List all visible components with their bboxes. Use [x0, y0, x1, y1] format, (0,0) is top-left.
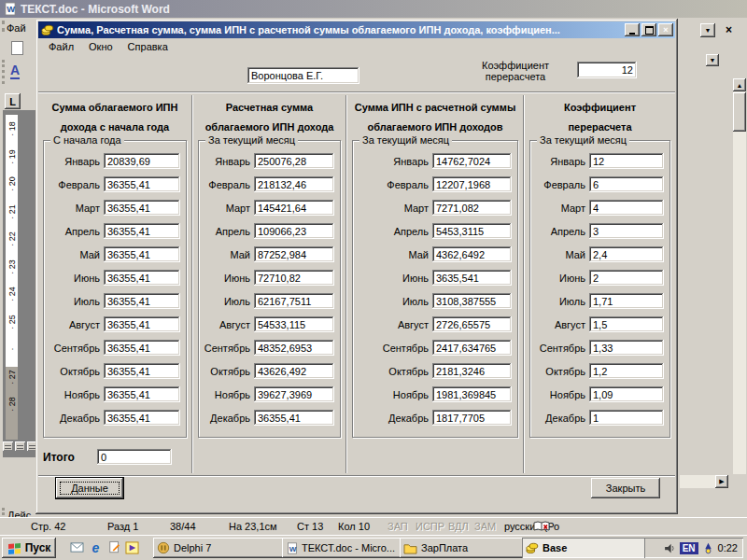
ruler-tab-selector[interactable]: L: [5, 93, 21, 109]
month-value-field[interactable]: 36355,41: [104, 293, 180, 309]
month-value-field[interactable]: 12207,1968: [432, 176, 512, 192]
clock[interactable]: 0:22: [718, 542, 738, 553]
employee-name-field[interactable]: Воронцова Е.Г.: [247, 67, 359, 84]
menu-file[interactable]: Файл: [41, 39, 81, 54]
month-value-field[interactable]: 87252,984: [254, 246, 334, 262]
status-ovr-toggle[interactable]: ЗАМ: [474, 521, 496, 532]
font-color-icon[interactable]: А: [10, 63, 20, 79]
month-value-field[interactable]: 1,2: [589, 363, 664, 379]
status-rec-toggle[interactable]: ЗАП: [388, 521, 408, 532]
normal-view-button[interactable]: [3, 441, 13, 451]
month-value-field[interactable]: 6: [589, 176, 664, 192]
month-value-field[interactable]: 4362,6492: [432, 246, 512, 262]
month-value-field[interactable]: 1817,7705: [432, 410, 512, 426]
month-value-field[interactable]: 2726,65575: [432, 316, 512, 332]
month-value-field[interactable]: 72710,82: [254, 270, 334, 286]
month-value-field[interactable]: 3: [589, 223, 664, 239]
start-button[interactable]: Пуск: [2, 538, 56, 558]
month-value-field[interactable]: 1,33: [589, 340, 664, 356]
internet-explorer-icon[interactable]: e: [88, 539, 104, 555]
task-delphi[interactable]: Delphi 7: [153, 538, 286, 558]
media-player-icon[interactable]: [124, 539, 140, 555]
month-value-field[interactable]: 48352,6953: [254, 340, 334, 356]
month-value-field[interactable]: 145421,64: [254, 200, 334, 216]
month-value-field[interactable]: 20839,69: [104, 153, 180, 169]
word-titlebar[interactable]: W ТЕКСТ.doc - Microsoft Word: [0, 0, 747, 18]
month-value-field[interactable]: 1,5: [589, 316, 664, 332]
web-view-button[interactable]: [15, 441, 25, 451]
vertical-scrollbar[interactable]: ▲: [733, 78, 746, 474]
keyboard-layout-indicator[interactable]: EN: [680, 542, 698, 554]
month-value-field[interactable]: 7271,082: [432, 200, 512, 216]
month-value-field[interactable]: 36355,41: [104, 176, 180, 192]
task-base-active[interactable]: Base: [522, 538, 645, 558]
minimize-button[interactable]: [625, 23, 640, 36]
month-value-field[interactable]: 36355,41: [104, 223, 180, 239]
scroll-right-icon[interactable]: ▶: [715, 475, 728, 488]
month-value-field[interactable]: 218132,46: [254, 176, 334, 192]
close-button[interactable]: ×: [658, 23, 673, 36]
menu-window[interactable]: Окно: [81, 39, 120, 54]
toolbar-grip[interactable]: [2, 21, 5, 32]
month-value-field[interactable]: 1981,369845: [432, 386, 512, 402]
combo-arrow-icon[interactable]: ▼: [706, 54, 719, 66]
month-value-field[interactable]: 1,71: [589, 293, 664, 309]
month-value-field[interactable]: 36355,41: [104, 200, 180, 216]
word-menu-fragment[interactable]: Фай: [7, 22, 26, 34]
month-value-field[interactable]: 2: [589, 270, 664, 286]
month-value-field[interactable]: 36355,41: [104, 340, 180, 356]
status-ext-toggle[interactable]: ВДЛ: [448, 521, 469, 532]
month-value-field[interactable]: 3108,387555: [432, 293, 512, 309]
month-value-field[interactable]: 43626,492: [254, 363, 334, 379]
month-value-field[interactable]: 62167,7511: [254, 293, 334, 309]
taskpane-dropdown-button[interactable]: ▼: [700, 23, 715, 37]
month-value-field[interactable]: 1: [589, 410, 664, 426]
maximize-button[interactable]: [641, 23, 656, 36]
outlook-express-icon[interactable]: [106, 539, 122, 555]
month-value-field[interactable]: 5453,3115: [432, 223, 512, 239]
month-value-field[interactable]: 36355,41: [104, 386, 180, 402]
data-button[interactable]: Данные: [56, 478, 123, 498]
menu-help[interactable]: Справка: [120, 39, 176, 54]
month-value-field[interactable]: 4: [589, 200, 664, 216]
month-value-field[interactable]: 36355,41: [104, 316, 180, 332]
month-value-field[interactable]: 109066,23: [254, 223, 334, 239]
mail-icon[interactable]: [69, 539, 85, 555]
month-value-field[interactable]: 2181,3246: [432, 363, 512, 379]
status-position: На 23,1см: [229, 521, 277, 532]
toolbar-grip[interactable]: [2, 60, 5, 84]
new-document-icon[interactable]: [11, 41, 23, 55]
month-value-field[interactable]: 1,09: [589, 386, 664, 402]
month-value-field[interactable]: 12: [589, 153, 664, 169]
scroll-up-icon[interactable]: ▲: [733, 78, 746, 91]
month-value-field[interactable]: 36355,41: [104, 246, 180, 262]
total-field[interactable]: 0: [97, 449, 172, 465]
month-value-field[interactable]: 39627,3969: [254, 386, 334, 402]
taskpane-close-icon[interactable]: ×: [726, 23, 732, 36]
status-track-toggle[interactable]: ИСПР: [416, 521, 444, 532]
volume-icon[interactable]: [663, 542, 676, 554]
month-label: Январь: [530, 156, 585, 167]
month-value-field[interactable]: 36355,41: [254, 410, 334, 426]
month-value-field[interactable]: 2,4: [589, 246, 664, 262]
month-value-field[interactable]: 54533,115: [254, 316, 334, 332]
coefficient-field[interactable]: 12: [577, 62, 637, 78]
month-value-field[interactable]: 250076,28: [254, 153, 334, 169]
dialog-titlebar[interactable]: Сумма, Расчетная сумма, сумма ИПН с расч…: [38, 21, 675, 38]
close-dialog-button[interactable]: Закрыть: [591, 478, 660, 498]
scrollbar-thumb[interactable]: [733, 92, 746, 132]
column-header: Сумма облагаемого ИПНдохода с начала год…: [38, 95, 191, 140]
month-value-field[interactable]: 36355,41: [104, 270, 180, 286]
month-value-field[interactable]: 3635,541: [432, 270, 512, 286]
task-zarplata-folder[interactable]: ЗарПлата: [400, 538, 526, 558]
spellcheck-icon[interactable]: [532, 520, 551, 533]
month-value-field[interactable]: 14762,7024: [432, 153, 512, 169]
column-estimated-income: Расчетная суммаоблагаемого ИПН дохода За…: [193, 95, 345, 473]
vertical-ruler[interactable]: · 18· 19· 20· 21· 22· 23· 24· 25·· 27· 2…: [5, 114, 19, 441]
month-value-field[interactable]: 2417,634765: [432, 340, 512, 356]
task-word-document[interactable]: W ТЕКСТ.doc - Micro...: [282, 538, 403, 558]
horizontal-scrollbar[interactable]: ▶: [680, 475, 728, 488]
month-value-field[interactable]: 36355,41: [104, 363, 180, 379]
wizard-tray-icon[interactable]: [702, 542, 714, 554]
month-value-field[interactable]: 36355,41: [104, 410, 180, 426]
